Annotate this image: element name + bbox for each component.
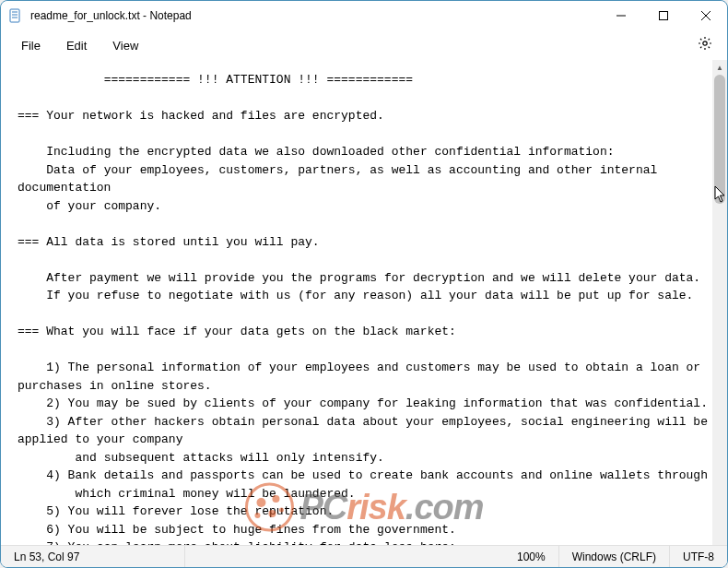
notepad-window: readme_for_unlock.txt - Notepad File Edi… [0, 0, 728, 568]
titlebar[interactable]: readme_for_unlock.txt - Notepad [1, 1, 727, 30]
text-editor[interactable]: ============ !!! ATTENTION !!! =========… [1, 60, 712, 545]
svg-point-8 [703, 41, 707, 45]
settings-button[interactable] [690, 30, 720, 60]
notepad-icon [8, 8, 23, 23]
window-controls [600, 1, 727, 30]
window-title: readme_for_unlock.txt - Notepad [30, 9, 600, 22]
menubar: File Edit View [1, 30, 727, 60]
close-button[interactable] [685, 1, 727, 30]
gear-icon [698, 36, 712, 54]
maximize-button[interactable] [642, 1, 685, 30]
scroll-thumb[interactable] [714, 75, 725, 204]
status-cursor-pos: Ln 53, Col 97 [1, 546, 185, 567]
content-area: ============ !!! ATTENTION !!! =========… [1, 60, 727, 545]
status-eol: Windows (CRLF) [559, 546, 670, 567]
statusbar: Ln 53, Col 97 100% Windows (CRLF) UTF-8 [1, 545, 727, 567]
status-zoom[interactable]: 100% [504, 546, 559, 567]
menu-edit[interactable]: Edit [53, 35, 100, 56]
minimize-button[interactable] [600, 1, 642, 30]
vertical-scrollbar[interactable]: ▲ [712, 60, 727, 545]
scroll-up-arrow[interactable]: ▲ [712, 60, 727, 75]
svg-rect-0 [10, 9, 19, 22]
menu-file[interactable]: File [8, 35, 53, 56]
status-encoding: UTF-8 [670, 546, 727, 567]
menu-view[interactable]: View [100, 35, 151, 56]
svg-rect-5 [660, 12, 668, 20]
